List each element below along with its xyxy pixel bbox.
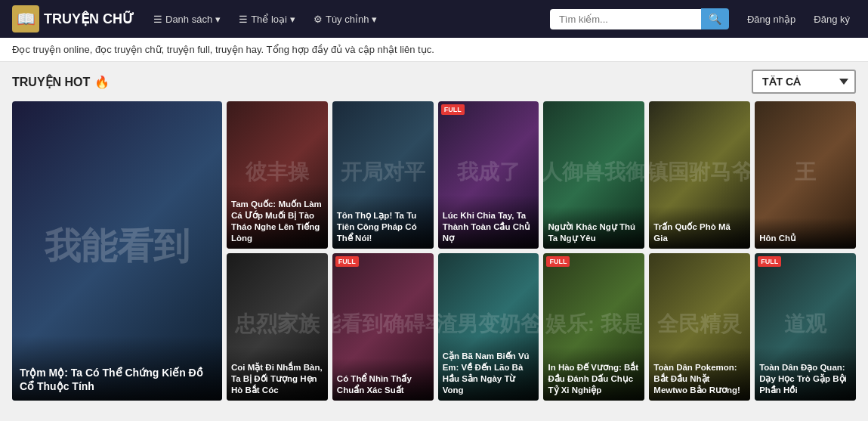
tagline: Đọc truyện online, đọc truyện chữ, truyệ… bbox=[0, 38, 868, 62]
badge-11: FULL bbox=[546, 256, 570, 267]
book-card-2[interactable]: 彼丰操Tam Quốc: Muốn Làm Cá Ướp Muối Bị Tào… bbox=[227, 101, 328, 249]
logo[interactable]: 📖 TRUYỆN CHỮ bbox=[12, 5, 134, 33]
book-title-8: Coi Mặt Đi Nhắm Bàn, Ta Bị Đối Tượng Hẹn… bbox=[227, 347, 328, 401]
book-title-9: Có Thể Nhìn Thấy Chuẩn Xác Suất bbox=[332, 358, 434, 401]
book-title-4: Lúc Khi Chia Tay, Ta Thành Toàn Cầu Chủ … bbox=[438, 195, 539, 249]
nav-item-tuy-chinh[interactable]: ⚙ Tùy chỉnh ▾ bbox=[306, 8, 385, 31]
cover-deco-10: 渣男变奶爸 bbox=[438, 310, 539, 339]
book-title-7: Hôn Chủ bbox=[755, 218, 856, 249]
auth-buttons: Đăng nhập Đăng ký bbox=[741, 11, 856, 28]
book-title-2: Tam Quốc: Muốn Làm Cá Ướp Muối Bị Tào Th… bbox=[227, 184, 328, 249]
book-card-12[interactable]: 全民精灵Toàn Dân Pokemon: Bắt Đầu Nhặt Mewtw… bbox=[649, 253, 750, 401]
badge-4: FULL bbox=[441, 104, 465, 115]
book-title-3: Tôn Thọ Lạp! Ta Tu Tiên Công Pháp Có Thể… bbox=[332, 195, 434, 249]
cover-deco-11: 娱乐: 我是 bbox=[545, 310, 643, 339]
nav-label-danh-sach: Danh sách bbox=[165, 14, 212, 25]
cover-deco-12: 全民精灵 bbox=[657, 310, 742, 339]
cover-deco-5: 别人御兽我御妖 bbox=[543, 158, 644, 187]
logo-icon: 📖 bbox=[12, 5, 39, 33]
book-card-5[interactable]: 别人御兽我御妖Người Khác Ngự Thú Ta Ngự Yêu bbox=[543, 101, 644, 249]
badge-9: FULL bbox=[335, 256, 359, 267]
filter-select[interactable]: TẤT CẢ Ngôn Tình Tiên Hiệp Võ Hiệp Huyền… bbox=[752, 70, 856, 94]
book-title-5: Người Khác Ngự Thú Ta Ngự Yêu bbox=[543, 206, 644, 249]
nav-item-danh-sach[interactable]: ☰ Danh sách ▾ bbox=[146, 8, 228, 31]
book-title-10: Cặn Bã Nam Biến Vú Em: Về Đến Lão Bà Hầu… bbox=[438, 336, 539, 401]
book-card-7[interactable]: 王Hôn Chủ bbox=[755, 101, 856, 249]
section-title: TRUYỆN HOT 🔥 bbox=[12, 75, 110, 89]
cover-deco-7: 王 bbox=[795, 158, 816, 187]
book-title-13: Toàn Dân Đạo Quan: Dạy Học Trò Gặp Bội P… bbox=[755, 347, 856, 401]
badge-13: FULL bbox=[758, 256, 781, 267]
section-header: TRUYỆN HOT 🔥 TẤT CẢ Ngôn Tình Tiên Hiệp … bbox=[12, 70, 856, 94]
gear-icon: ⚙ bbox=[314, 14, 323, 25]
section-title-text: TRUYỆN HOT bbox=[12, 75, 90, 89]
book-title-11: In Hào Đế Vương: Bắt Đầu Đánh Dấu Chục T… bbox=[543, 347, 644, 401]
chevron-down-icon-1: ▾ bbox=[215, 14, 221, 25]
cover-deco-2: 彼丰操 bbox=[246, 158, 309, 187]
book-card-8[interactable]: 忠烈家族Coi Mặt Đi Nhắm Bàn, Ta Bị Đối Tượng… bbox=[227, 253, 328, 401]
book-title-1: Trộm Mộ: Ta Có Thể Chứng Kiến Đồ Cổ Thuộ… bbox=[12, 336, 222, 401]
book-title-6: Trấn Quốc Phò Mã Gia bbox=[649, 206, 750, 249]
book-card-11[interactable]: 娱乐: 我是FULLIn Hào Đế Vương: Bắt Đầu Đánh … bbox=[543, 253, 644, 401]
search-box: 🔍 bbox=[550, 8, 729, 29]
book-card-9[interactable]: 能看到确碍率FULLCó Thể Nhìn Thấy Chuẩn Xác Suấ… bbox=[332, 253, 434, 401]
book-card-6[interactable]: 镇国驸马爷Trấn Quốc Phò Mã Gia bbox=[649, 101, 750, 249]
list-icon: ☰ bbox=[153, 14, 162, 25]
book-card-3[interactable]: 开局对平Tôn Thọ Lạp! Ta Tu Tiên Công Pháp Có… bbox=[332, 101, 434, 249]
login-button[interactable]: Đăng nhập bbox=[741, 11, 802, 28]
books-grid: 我能看到Trộm Mộ: Ta Có Thể Chứng Kiến Đồ Cổ … bbox=[12, 101, 856, 401]
cover-deco-13: 道观 bbox=[784, 310, 826, 339]
cover-deco-4: 我成了 bbox=[457, 158, 520, 187]
book-card-10[interactable]: 渣男变奶爸Cặn Bã Nam Biến Vú Em: Về Đến Lão B… bbox=[438, 253, 539, 401]
main-content: TRUYỆN HOT 🔥 TẤT CẢ Ngôn Tình Tiên Hiệp … bbox=[0, 62, 868, 408]
list-icon-2: ☰ bbox=[239, 14, 248, 25]
nav-menu: ☰ Danh sách ▾ ☰ Thể loại ▾ ⚙ Tùy chỉnh ▾ bbox=[146, 8, 385, 31]
book-card-4[interactable]: 我成了FULLLúc Khi Chia Tay, Ta Thành Toàn C… bbox=[438, 101, 539, 249]
chevron-down-icon-3: ▾ bbox=[372, 14, 377, 25]
nav-item-the-loai[interactable]: ☰ Thể loại ▾ bbox=[231, 8, 303, 31]
cover-deco-1: 我能看到 bbox=[45, 222, 190, 271]
header: 📖 TRUYỆN CHỮ ☰ Danh sách ▾ ☰ Thể loại ▾ … bbox=[0, 0, 868, 38]
cover-deco-6: 镇国驸马爷 bbox=[649, 158, 750, 187]
cover-deco-3: 开局对平 bbox=[341, 158, 425, 187]
nav-label-tuy-chinh: Tùy chỉnh bbox=[326, 14, 369, 25]
fire-icon: 🔥 bbox=[94, 75, 110, 89]
cover-deco-9: 能看到确碍率 bbox=[332, 310, 434, 339]
chevron-down-icon-2: ▾ bbox=[290, 14, 295, 25]
search-input[interactable] bbox=[550, 9, 701, 29]
cover-deco-8: 忠烈家族 bbox=[235, 310, 320, 339]
register-button[interactable]: Đăng ký bbox=[808, 11, 856, 28]
search-button[interactable]: 🔍 bbox=[701, 8, 729, 29]
tagline-text: Đọc truyện online, đọc truyện chữ, truyệ… bbox=[12, 44, 434, 55]
logo-text: TRUYỆN CHỮ bbox=[44, 11, 134, 27]
book-card-1[interactable]: 我能看到Trộm Mộ: Ta Có Thể Chứng Kiến Đồ Cổ … bbox=[12, 101, 222, 401]
nav-label-the-loai: Thể loại bbox=[251, 14, 287, 25]
book-card-13[interactable]: 道观FULLToàn Dân Đạo Quan: Dạy Học Trò Gặp… bbox=[755, 253, 856, 401]
book-title-12: Toàn Dân Pokemon: Bắt Đầu Nhặt Mewtwo Bả… bbox=[649, 347, 750, 401]
